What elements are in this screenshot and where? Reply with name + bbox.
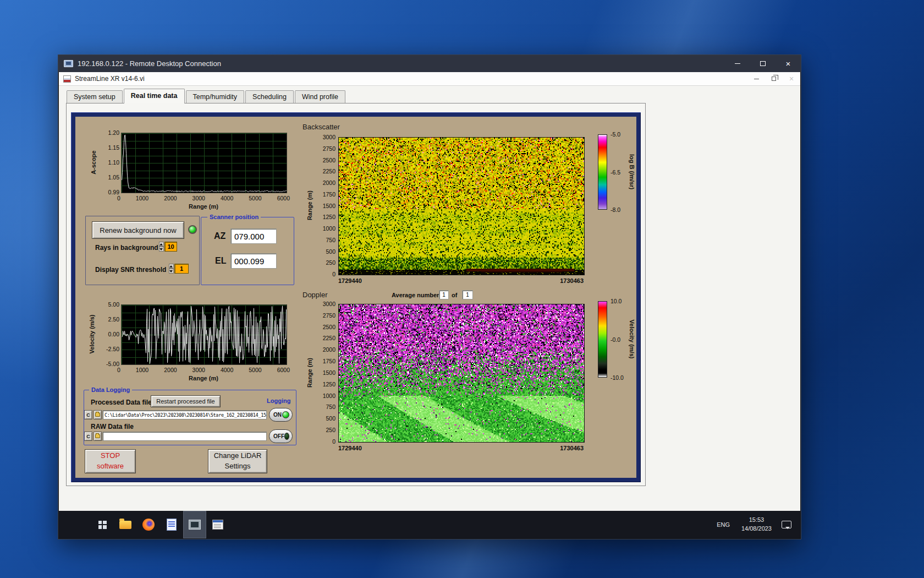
taskbar-file-explorer[interactable]	[114, 511, 137, 538]
processed-data-file-label: Processed Data file	[91, 399, 152, 406]
maximize-icon	[760, 61, 766, 66]
panel-frame: A-scope 1.201.151.101.050.99 01000200030…	[71, 112, 641, 482]
tab-scheduling[interactable]: Scheduling	[245, 90, 294, 103]
axis-tick: 250	[326, 427, 336, 433]
language-indicator[interactable]: ENG	[717, 521, 730, 528]
action-center-icon[interactable]	[782, 521, 791, 528]
change-lidar-settings-button[interactable]: Change LiDAR Settings	[208, 449, 267, 473]
tab-page-real-time-data: A-scope 1.201.151.101.050.99 01000200030…	[66, 103, 646, 486]
vi-titlebar[interactable]: StreamLine XR v14-6.vi ×	[59, 72, 800, 86]
spin-down-icon[interactable]	[159, 247, 164, 252]
axis-tick: 2000	[164, 195, 177, 201]
rays-spinner[interactable]	[159, 242, 164, 252]
rdp-minimize-button[interactable]	[725, 55, 750, 72]
folder-icon	[95, 434, 100, 438]
vi-minimize-button[interactable]	[747, 72, 765, 85]
colorbar-tick: -10.0	[610, 374, 624, 381]
tab-wind-profile[interactable]: Wind profile	[295, 90, 345, 103]
taskbar-notes-app[interactable]	[160, 511, 183, 538]
doppler-y-axis-label: Range (m)	[306, 358, 313, 388]
rays-in-background-label: Rays in background	[95, 244, 158, 252]
average-number-field[interactable]: 1	[439, 290, 449, 299]
spin-up-icon[interactable]	[169, 264, 174, 269]
axis-tick: 2250	[323, 335, 336, 341]
axis-tick: 0	[332, 271, 336, 277]
stop-button-line2: software	[97, 461, 124, 472]
rdp-maximize-button[interactable]	[750, 55, 776, 72]
tab-system-setup[interactable]: System setup	[67, 90, 123, 103]
axis-tick: 1000	[136, 367, 148, 373]
taskbar-firefox[interactable]	[137, 511, 160, 538]
raw-drive-box[interactable]: C	[84, 432, 92, 441]
restart-processed-file-button[interactable]: Restart processed file	[151, 395, 221, 407]
change-button-line1: Change LiDAR	[214, 451, 262, 461]
toggle-off-label: OFF	[273, 433, 284, 439]
colorbar-tick: -8.0	[610, 206, 620, 213]
stop-software-button[interactable]: STOP software	[85, 449, 136, 473]
axis-tick: 500	[326, 248, 336, 255]
processed-logging-toggle[interactable]: ON	[269, 408, 293, 422]
minimize-icon	[754, 79, 759, 79]
restore-icon	[772, 77, 776, 81]
snr-spinner[interactable]	[169, 264, 174, 274]
rdp-icon	[64, 60, 73, 67]
axis-tick: 0	[117, 195, 120, 201]
vi-restore-button[interactable]	[765, 72, 783, 85]
backscatter-heatmap-canvas	[338, 137, 585, 275]
rays-value-field[interactable]: 10	[164, 242, 177, 252]
spin-down-icon[interactable]	[169, 269, 174, 274]
axis-tick: 0.00	[108, 331, 119, 337]
az-value-field: 079.000	[230, 228, 277, 244]
desktop-background: 192.168.0.122 - Remote Desktop Connectio…	[0, 0, 924, 578]
axis-tick: 1250	[323, 381, 336, 388]
logging-label: Logging	[267, 397, 290, 404]
doppler-time-end: 1730463	[529, 445, 584, 451]
lidar-panel: A-scope 1.201.151.101.050.99 01000200030…	[75, 117, 636, 478]
snr-value-field[interactable]: 1	[174, 264, 189, 274]
raw-logging-toggle[interactable]: OFF	[269, 429, 293, 443]
axis-tick: 1000	[136, 195, 148, 201]
snr-threshold-label: Display SNR threshold	[95, 266, 166, 274]
axis-tick: 6000	[277, 367, 290, 373]
windows-logo-icon	[98, 521, 107, 529]
rdp-close-button[interactable]: ×	[776, 55, 801, 72]
vi-close-button[interactable]: ×	[783, 72, 800, 85]
tab-real-time-data[interactable]: Real time data	[124, 89, 185, 103]
taskbar-scan-scheduler[interactable]	[206, 511, 229, 538]
backscatter-y-ticks: 3000275025002250200017501500125010007505…	[314, 134, 336, 277]
data-logging-title: Data Logging	[89, 386, 132, 393]
axis-tick: 500	[326, 415, 336, 422]
velocity-axis-label: Velocity (m/s)	[89, 315, 95, 354]
taskbar-clock[interactable]: 15:53 14/08/2023	[741, 516, 772, 533]
rdp-session-area: StreamLine XR v14-6.vi × System setup Re…	[59, 72, 800, 538]
axis-tick: 1500	[323, 369, 336, 376]
renew-background-button[interactable]: Renew background now	[92, 221, 184, 239]
vi-window: StreamLine XR v14-6.vi × System setup Re…	[59, 72, 800, 511]
rdp-titlebar[interactable]: 192.168.0.122 - Remote Desktop Connectio…	[58, 55, 801, 72]
scanner-position-title: Scanner position	[207, 214, 261, 220]
axis-tick: 4000	[221, 195, 233, 201]
vi-window-title: StreamLine XR v14-6.vi	[75, 75, 145, 83]
spin-up-icon[interactable]	[159, 242, 164, 247]
on-led-icon	[282, 411, 289, 418]
processed-drive-box[interactable]: C	[84, 410, 92, 419]
axis-tick: 2000	[323, 346, 336, 353]
velocity-plot-canvas	[121, 304, 287, 365]
backscatter-y-axis-label: Range (m)	[306, 190, 313, 220]
axis-tick: 2000	[323, 179, 336, 186]
axis-tick: 6000	[277, 195, 290, 201]
taskbar-streamline-app[interactable]	[183, 511, 206, 538]
axis-tick: 2250	[323, 168, 336, 175]
velocity-x-ticks: 0100020003000400050006000	[117, 367, 290, 373]
raw-browse-button[interactable]	[94, 432, 102, 441]
processed-path-field[interactable]: C:\Lidar\Data\Proc\2023\202308\20230814\…	[102, 410, 267, 419]
tab-temp-humidity[interactable]: Temp/humidity	[186, 90, 245, 103]
start-button[interactable]	[91, 511, 114, 538]
raw-path-field[interactable]	[102, 432, 267, 441]
close-icon: ×	[789, 74, 794, 83]
axis-tick: 5.00	[108, 301, 119, 308]
processed-browse-button[interactable]	[94, 410, 102, 419]
axis-tick: 3000	[323, 301, 336, 307]
ascope-x-axis-label: Range (m)	[121, 203, 286, 210]
change-button-line2: Settings	[225, 461, 251, 472]
